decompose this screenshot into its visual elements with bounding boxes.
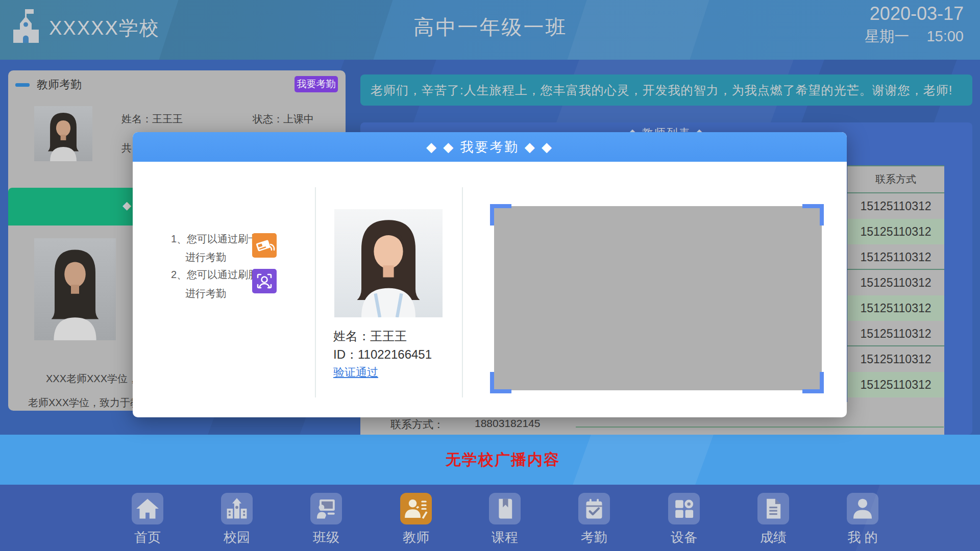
devices-icon <box>668 493 700 524</box>
instruction-1-line1: 1、您可以通过刷卡 <box>171 232 258 246</box>
attendance-button[interactable]: 我要考勤 <box>295 76 338 92</box>
weekday-text: 星期一 <box>865 28 909 44</box>
face-scan-icon <box>252 269 277 293</box>
phone-cell: 15125110312 <box>847 321 944 346</box>
nav-label: 成绩 <box>738 529 809 546</box>
phone-cell: 15125110312 <box>847 295 944 321</box>
modal-divider <box>462 187 463 397</box>
header-deco-shape <box>564 0 713 60</box>
phone-cell: 15125110312 <box>847 193 944 219</box>
modal-title-bar: ◆ ◆ 我要考勤 ◆ ◆ <box>133 132 847 162</box>
teacher-intro-photo <box>34 238 116 340</box>
phone-cell: 15125110312 <box>847 244 944 270</box>
teacher-photo <box>34 106 92 161</box>
attendance-modal: ◆ ◆ 我要考勤 ◆ ◆ 1、您可以通过刷卡 进行考勤 2、您可以通过刷脸 进行… <box>133 132 847 417</box>
instruction-2-line1: 2、您可以通过刷脸 <box>171 268 258 282</box>
class-title: 高中一年级一班 <box>414 13 568 41</box>
verify-photo <box>334 209 443 317</box>
bottom-nav: 首页 校园 <box>0 485 980 551</box>
nav-item-grades[interactable]: 成绩 <box>738 485 809 551</box>
teacher-name: 姓名：王王王 <box>121 112 183 126</box>
teacher-status: 状态：上课中 <box>253 112 314 126</box>
nav-label: 设备 <box>648 529 720 546</box>
verify-status-link[interactable]: 验证通过 <box>333 365 378 380</box>
header-weekday-time: 星期一 15:00 <box>865 27 964 47</box>
verify-name: 姓名：王王王 <box>333 328 407 344</box>
broadcast-banner: 无学校广播内容 <box>0 435 980 485</box>
contact-table: 联系方式 15125110312 15125110312 15125110312… <box>847 165 944 435</box>
instruction-1-line2: 进行考勤 <box>185 251 226 264</box>
nav-label: 考勤 <box>558 529 630 546</box>
smart-campus-screen: XXXXX学校 高中一年级一班 2020-03-17 星期一 15:00 教师考… <box>0 0 980 551</box>
header-deco-shape <box>155 0 396 60</box>
phone-cell: 15125110312 <box>847 270 944 295</box>
school-name: XXXXX学校 <box>49 15 160 41</box>
phone-cell: 15125110312 <box>847 219 944 244</box>
contact-label: 联系方式： <box>390 417 444 432</box>
profile-icon <box>847 493 878 524</box>
time-text: 15:00 <box>926 28 964 44</box>
contact-value: 18803182145 <box>475 417 540 430</box>
broadcast-text: 无学校广播内容 <box>446 435 560 485</box>
nav-item-attendance[interactable]: 考勤 <box>558 485 630 551</box>
nav-item-home[interactable]: 首页 <box>112 485 183 551</box>
contact-column-header: 联系方式 <box>847 166 944 193</box>
teacher-icon <box>400 493 432 524</box>
home-icon <box>132 493 163 524</box>
marquee-banner: 老师们，辛苦了:人生旅程上，您丰富我的心灵，开发我的智力，为我点燃了希望的光芒。… <box>360 74 972 106</box>
nav-item-teacher[interactable]: 教师 <box>380 485 452 551</box>
verify-id: ID：11022166451 <box>333 346 432 363</box>
nav-label: 校园 <box>201 529 273 546</box>
card-swipe-icon <box>252 233 277 258</box>
class-icon <box>310 493 342 524</box>
marquee-text: 老师们，辛苦了:人生旅程上，您丰富我的心灵，开发我的智力，为我点燃了希望的光芒。… <box>371 74 952 106</box>
nav-item-profile[interactable]: 我 的 <box>827 485 898 551</box>
nav-label: 课程 <box>469 529 541 546</box>
corner-bracket <box>490 204 511 226</box>
instruction-2-line2: 进行考勤 <box>185 287 226 300</box>
camera-preview <box>494 206 822 390</box>
nav-item-devices[interactable]: 设备 <box>648 485 720 551</box>
nav-item-campus[interactable]: 校园 <box>201 485 273 551</box>
nav-label: 班级 <box>290 529 362 546</box>
modal-divider <box>315 187 316 397</box>
phone-cell: 15125110312 <box>847 372 944 397</box>
nav-label: 首页 <box>112 529 183 546</box>
panel-title-dash <box>15 83 30 87</box>
nav-label: 教师 <box>380 529 452 546</box>
campus-icon <box>221 493 253 524</box>
attendance-icon <box>578 493 610 524</box>
phone-cell: 15125110312 <box>847 346 944 372</box>
header-date: 2020-03-17 <box>870 3 964 24</box>
header-bar: XXXXX学校 高中一年级一班 2020-03-17 星期一 15:00 <box>0 0 980 60</box>
nav-label: 我 的 <box>827 529 898 546</box>
school-logo-icon <box>10 6 42 43</box>
corner-bracket <box>490 372 511 393</box>
corner-bracket <box>802 204 824 226</box>
broadcast-deco-shape <box>573 435 714 485</box>
nav-item-class[interactable]: 班级 <box>290 485 362 551</box>
diamond-ornament: ◆ <box>122 199 131 212</box>
teacher-attendance-title: 教师考勤 <box>37 77 82 92</box>
corner-bracket <box>802 372 824 393</box>
course-icon <box>489 493 521 524</box>
grades-icon <box>757 493 789 524</box>
detail-underline <box>576 427 944 428</box>
nav-item-course[interactable]: 课程 <box>469 485 541 551</box>
attendance-count-partial: 共 <box>121 141 132 155</box>
